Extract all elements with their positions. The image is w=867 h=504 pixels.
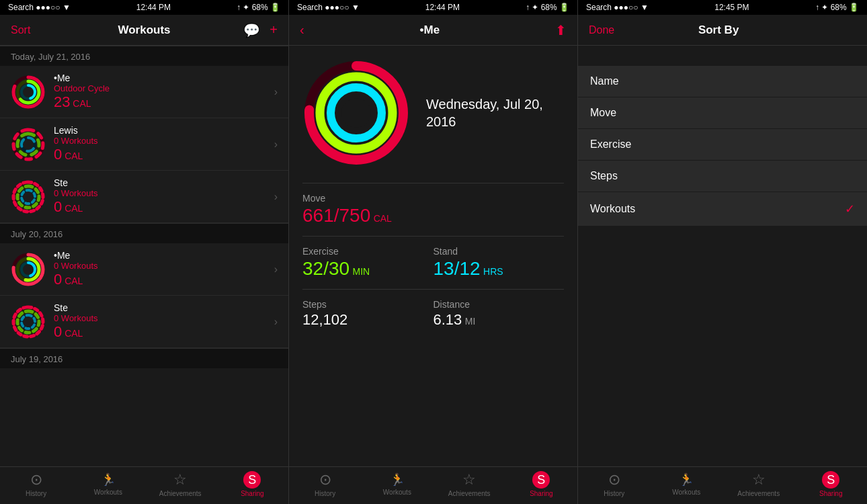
tab-workouts-1[interactable]: 🏃 Workouts: [72, 472, 144, 496]
history-label-1: History: [26, 490, 46, 497]
history-icon-1: ⊙: [30, 471, 42, 489]
tab-history-1[interactable]: ⊙ History: [0, 471, 72, 497]
tab-achievements-1[interactable]: ☆ Achievements: [144, 471, 216, 497]
exercise-stand-section: Exercise 32/30 MIN Stand 13/12 HRS: [302, 236, 564, 280]
status-left-1: Search ●●●○○ ▼: [8, 3, 71, 12]
stand-value: 13/12: [434, 258, 481, 279]
sharing-icon-1: S: [243, 471, 261, 489]
chat-icon[interactable]: 💬: [243, 22, 260, 38]
activity-ring-lewis: [11, 127, 46, 162]
me-today-name: •Me: [54, 73, 266, 83]
svg-point-36: [341, 98, 371, 128]
nav-actions-1: 💬 +: [237, 22, 278, 38]
tab-sharing-3[interactable]: S Sharing: [795, 471, 868, 497]
big-ring-section: Wednesday, Jul 20, 2016: [302, 59, 564, 167]
back-button[interactable]: ‹: [300, 22, 304, 38]
exercise-value: 32/30: [302, 258, 349, 279]
chevron-ste-today: ›: [274, 191, 278, 203]
stand-unit: HRS: [483, 266, 503, 277]
status-bar-2: Search ●●●○○ ▼ 12:44 PM ↑ ✦ 68% 🔋: [289, 0, 577, 15]
distance-unit: MI: [465, 316, 476, 327]
move-label: Move: [302, 193, 564, 204]
list-item-ste-today[interactable]: Ste 0 Workouts 0 CAL ›: [0, 171, 288, 223]
history-label-2: History: [315, 490, 335, 497]
distance-label: Distance: [434, 299, 565, 310]
activity-ring-ste-july20: [11, 304, 46, 339]
exercise-cell: Exercise 32/30 MIN: [302, 246, 434, 280]
me-july20-info: •Me 0 Workouts 0 CAL: [54, 250, 266, 288]
section-july20: July 20, 2016: [0, 223, 288, 243]
workouts-checkmark: ✓: [845, 202, 855, 216]
status-time-2: 12:44 PM: [425, 3, 460, 12]
list-item-ste-july20[interactable]: Ste 0 Workouts 0 CAL ›: [0, 296, 288, 348]
steps-value: 12,102: [302, 311, 434, 329]
distance-value-wrap: 6.13 MI: [434, 311, 565, 329]
sort-exercise-label: Exercise: [590, 138, 631, 151]
ste-today-name: Ste: [54, 177, 266, 188]
panel-3-sort: Search ●●●○○ ▼ 12:45 PM ↑ ✦ 68% 🔋 Done S…: [578, 0, 867, 504]
tab-bar-3: ⊙ History 🏃 Workouts ☆ Achievements S Sh…: [578, 466, 867, 504]
panel-1-workouts-list: Search ●●●○○ ▼ 12:44 PM ↑ ✦ 68% 🔋 Sort W…: [0, 0, 289, 504]
sort-item-move[interactable]: Move: [578, 97, 867, 129]
done-button[interactable]: Done: [589, 24, 614, 36]
nav-title-1: Workouts: [118, 24, 170, 37]
sort-nav: Done Sort By: [578, 15, 867, 46]
sharing-icon-2: S: [532, 471, 550, 489]
achievements-label-3: Achievements: [737, 490, 780, 497]
sharing-label-1: Sharing: [241, 490, 263, 497]
activity-ring-me-july20: [11, 252, 46, 287]
tab-workouts-2[interactable]: 🏃 Workouts: [361, 472, 433, 496]
big-activity-ring: [302, 59, 410, 167]
sort-item-workouts[interactable]: Workouts ✓: [578, 192, 867, 226]
status-bar-1: Search ●●●○○ ▼ 12:44 PM ↑ ✦ 68% 🔋: [0, 0, 288, 15]
achievements-label-2: Achievements: [448, 490, 491, 497]
tab-bar-2: ⊙ History 🏃 Workouts ☆ Achievements S Sh…: [289, 466, 577, 504]
list-item-lewis[interactable]: Lewis 0 Workouts 0 CAL ›: [0, 118, 288, 171]
sort-button[interactable]: Sort: [11, 24, 51, 36]
tab-achievements-3[interactable]: ☆ Achievements: [722, 471, 795, 497]
list-item-me-july20[interactable]: •Me 0 Workouts 0 CAL ›: [0, 243, 288, 296]
lewis-info: Lewis 0 Workouts 0 CAL: [54, 125, 266, 163]
detail-date: Wednesday, Jul 20, 2016: [426, 95, 564, 130]
workouts-icon-1: 🏃: [101, 472, 116, 487]
tab-achievements-2[interactable]: ☆ Achievements: [434, 471, 505, 497]
detail-content: Wednesday, Jul 20, 2016 Move 661/750 CAL…: [289, 46, 577, 466]
achievements-icon-1: ☆: [173, 471, 187, 489]
distance-value: 6.13: [434, 311, 462, 328]
tab-workouts-3[interactable]: 🏃 Workouts: [651, 472, 723, 496]
add-icon[interactable]: +: [270, 22, 278, 38]
move-section: Move 661/750 CAL: [302, 183, 564, 226]
history-icon-3: ⊙: [608, 471, 620, 489]
share-button[interactable]: ⬆: [555, 22, 567, 38]
workouts-label-2: Workouts: [383, 489, 411, 496]
sort-item-exercise[interactable]: Exercise: [578, 129, 867, 161]
me-july20-name: •Me: [54, 250, 266, 261]
tab-sharing-2[interactable]: S Sharing: [505, 471, 577, 497]
achievements-icon-2: ☆: [462, 471, 476, 489]
lewis-sub: 0 Workouts: [54, 136, 266, 146]
sort-move-label: Move: [590, 107, 616, 119]
tab-sharing-1[interactable]: S Sharing: [216, 471, 288, 497]
tab-history-2[interactable]: ⊙ History: [289, 471, 361, 497]
ste-today-sub: 0 Workouts: [54, 188, 266, 198]
me-today-info: •Me Outdoor Cycle 23 CAL: [54, 73, 266, 111]
activity-ring-ste-today: [11, 179, 46, 214]
sort-item-name[interactable]: Name: [578, 66, 867, 97]
move-cal: CAL: [374, 213, 392, 224]
workouts-icon-3: 🏃: [679, 472, 694, 487]
ste-july20-sub: 0 Workouts: [54, 313, 266, 323]
sort-name-label: Name: [590, 75, 619, 87]
ste-july20-name: Ste: [54, 302, 266, 313]
list-item-me-today[interactable]: •Me Outdoor Cycle 23 CAL ›: [0, 66, 288, 118]
distance-cell: Distance 6.13 MI: [434, 299, 565, 329]
workouts-list-content: Today, July 21, 2016 •Me Outdoor Cycle 2…: [0, 46, 288, 466]
tab-bar-1: ⊙ History 🏃 Workouts ☆ Achievements S Sh…: [0, 466, 288, 504]
sort-workouts-label: Workouts: [590, 203, 635, 215]
workouts-label-1: Workouts: [94, 489, 122, 496]
me-today-sub: Outdoor Cycle: [54, 83, 266, 93]
tab-history-3[interactable]: ⊙ History: [578, 471, 651, 497]
sort-item-steps[interactable]: Steps: [578, 161, 867, 192]
panel-2-detail: Search ●●●○○ ▼ 12:44 PM ↑ ✦ 68% 🔋 ‹ •Me …: [289, 0, 578, 504]
steps-distance-section: Steps 12,102 Distance 6.13 MI: [302, 289, 564, 329]
workouts-label-3: Workouts: [672, 489, 700, 496]
